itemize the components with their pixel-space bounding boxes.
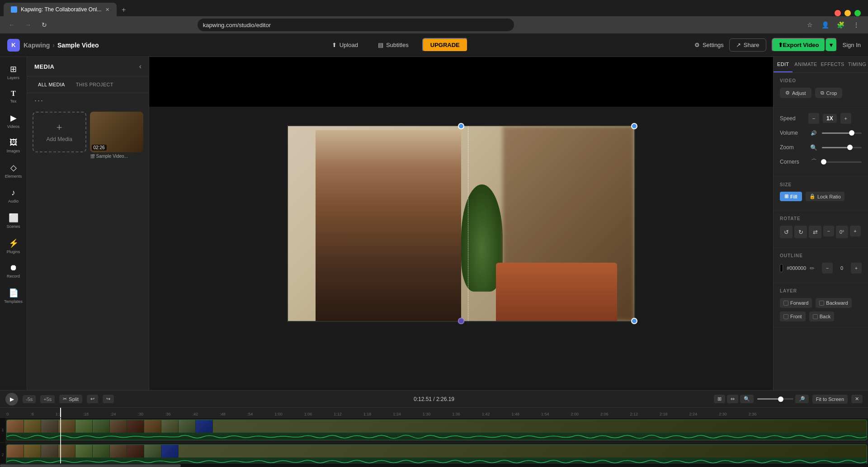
handle-top-right[interactable] bbox=[631, 123, 637, 129]
window-minimize[interactable] bbox=[844, 10, 851, 16]
timeline-close-btn[interactable]: ✕ bbox=[851, 395, 863, 403]
timeline-zoom-thumb[interactable] bbox=[778, 396, 783, 402]
rotate-ccw-btn[interactable]: ↺ bbox=[780, 226, 793, 238]
flip-h-btn[interactable]: ⇄ bbox=[809, 226, 821, 238]
timeline-zoom-track[interactable] bbox=[757, 398, 793, 400]
handle-bottom-right[interactable] bbox=[631, 318, 637, 324]
track-2-content[interactable] bbox=[5, 443, 868, 463]
timeline-zoom-icon[interactable]: 🔎 bbox=[795, 395, 809, 403]
sidebar-item-audio[interactable]: ♪ Audio bbox=[2, 184, 25, 208]
forward-btn[interactable]: → bbox=[22, 19, 34, 31]
tab-effects[interactable]: EFFECTS bbox=[819, 57, 846, 72]
outline-color-swatch[interactable] bbox=[780, 264, 783, 272]
sidebar-item-record[interactable]: ⏺ Record bbox=[2, 259, 25, 283]
refresh-btn[interactable]: ↻ bbox=[38, 19, 51, 31]
upload-btn[interactable]: ⬆ Upload bbox=[326, 39, 364, 51]
split-label: Split bbox=[69, 396, 78, 402]
media-item-1[interactable]: 02:26 🎬 Sample Video... bbox=[90, 112, 144, 159]
tab-all-media[interactable]: ALL MEDIA bbox=[34, 80, 69, 89]
fill-btn[interactable]: ⊞ Fill bbox=[780, 192, 802, 201]
media-more-btn[interactable]: ··· bbox=[34, 96, 44, 105]
speed-decrease-btn[interactable]: − bbox=[808, 113, 819, 124]
share-btn[interactable]: ↗ Share bbox=[729, 38, 766, 52]
handle-top-center[interactable] bbox=[458, 123, 464, 129]
back-btn[interactable]: ← bbox=[5, 19, 18, 31]
timeline-zoom-out-btn[interactable]: 🔍 bbox=[740, 395, 754, 403]
tab-edit[interactable]: EDIT bbox=[774, 57, 793, 72]
fit-to-screen-btn[interactable]: Fit to Screen bbox=[812, 395, 848, 404]
zoom-thumb[interactable] bbox=[847, 145, 853, 150]
scrollbar-thumb[interactable] bbox=[0, 464, 181, 467]
outline-edit-btn[interactable]: ✏ bbox=[810, 265, 815, 272]
sidebar-item-templates[interactable]: 📄 Templates bbox=[2, 284, 25, 308]
sidebar-item-images[interactable]: 🖼 Images bbox=[2, 134, 25, 157]
sidebar-item-videos[interactable]: ▶ Videos bbox=[2, 109, 25, 133]
tab-this-project[interactable]: THIS PROJECT bbox=[72, 80, 117, 89]
backward-label: Backward bbox=[826, 300, 848, 306]
address-bar[interactable]: kapwing.com/studio/editor bbox=[198, 19, 514, 31]
corners-slider[interactable]: ⌒ bbox=[808, 156, 862, 167]
add-media-btn[interactable]: + Add Media bbox=[33, 112, 86, 152]
forward-btn[interactable]: Forward bbox=[780, 298, 812, 308]
sidebar-item-elements[interactable]: ◇ Elements bbox=[2, 159, 25, 183]
volume-slider[interactable]: 🔊 bbox=[808, 127, 862, 138]
window-maximize[interactable] bbox=[854, 10, 861, 16]
zoom-label: Zoom bbox=[780, 144, 805, 151]
timeline-scrollbar[interactable] bbox=[0, 463, 868, 467]
adjust-btn[interactable]: ⚙ Adjust bbox=[780, 88, 811, 98]
signin-btn[interactable]: Sign In bbox=[843, 42, 861, 48]
corners-thumb[interactable] bbox=[821, 159, 826, 165]
outline-decrease-btn[interactable]: − bbox=[822, 263, 833, 274]
rotate-increase-btn[interactable]: + bbox=[850, 226, 861, 236]
track-2-clip[interactable] bbox=[6, 444, 867, 463]
bookmark-icon[interactable]: ☆ bbox=[804, 19, 816, 31]
skip-back-btn[interactable]: -5s bbox=[23, 395, 36, 403]
zoom-slider[interactable]: 🔍 bbox=[808, 142, 862, 153]
window-close[interactable] bbox=[835, 10, 841, 16]
play-btn[interactable]: ▶ bbox=[5, 393, 18, 406]
rotate-cw-btn[interactable]: ↻ bbox=[794, 226, 807, 238]
media-panel-close-btn[interactable]: ‹ bbox=[139, 62, 142, 71]
upgrade-btn[interactable]: UPGRADE bbox=[422, 38, 468, 52]
canvas-frame[interactable] bbox=[287, 125, 635, 322]
volume-track[interactable] bbox=[822, 132, 862, 134]
volume-thumb[interactable] bbox=[849, 130, 854, 136]
zoom-track[interactable] bbox=[822, 147, 862, 148]
split-btn[interactable]: ✂ Split bbox=[59, 395, 82, 403]
corners-track[interactable] bbox=[822, 161, 862, 163]
crop-btn[interactable]: ⧉ Crop bbox=[815, 88, 843, 98]
back-btn[interactable]: Back bbox=[809, 311, 834, 321]
frame-1-end bbox=[196, 420, 213, 433]
settings-dots-icon[interactable]: ⋮ bbox=[850, 19, 863, 31]
track-1-clip[interactable] bbox=[6, 420, 867, 440]
redo-btn[interactable]: ↪ bbox=[103, 395, 114, 403]
track-1-content[interactable] bbox=[5, 418, 868, 442]
sidebar-item-plugins[interactable]: ⚡ Plugins bbox=[2, 235, 25, 258]
settings-btn[interactable]: ⚙ Settings bbox=[694, 42, 724, 48]
sidebar-item-layers[interactable]: ⊞ Layers bbox=[2, 61, 25, 84]
export-video-btn[interactable]: ⬆ Export Video bbox=[772, 38, 826, 52]
backward-btn[interactable]: Backward bbox=[816, 298, 851, 308]
sidebar-item-text[interactable]: T Tex bbox=[2, 86, 25, 108]
extensions-icon[interactable]: 🧩 bbox=[835, 19, 847, 31]
outline-increase-btn[interactable]: + bbox=[851, 263, 862, 274]
speed-increase-btn[interactable]: + bbox=[840, 113, 851, 124]
timeline-fit-btn[interactable]: ⇔ bbox=[727, 395, 738, 403]
lock-ratio-btn[interactable]: 🔒 Lock Ratio bbox=[806, 192, 844, 201]
front-btn[interactable]: Front bbox=[780, 311, 806, 321]
new-tab-btn[interactable]: + bbox=[118, 4, 130, 16]
sidebar-item-scenes[interactable]: ⬜ Scenes bbox=[2, 209, 25, 233]
profile-icon[interactable]: 👤 bbox=[819, 19, 832, 31]
subtitles-btn[interactable]: ▤ Subtitles bbox=[372, 39, 415, 51]
media-thumb-1[interactable]: 02:26 bbox=[90, 112, 144, 152]
tab-timing[interactable]: TIMING bbox=[846, 57, 868, 72]
skip-fwd-btn[interactable]: +5s bbox=[40, 395, 55, 403]
tab-animate[interactable]: ANIMATE bbox=[793, 57, 819, 72]
timeline-grid-btn[interactable]: ⊞ bbox=[714, 395, 725, 403]
frame-2-7 bbox=[110, 445, 127, 458]
undo-btn[interactable]: ↩ bbox=[87, 395, 98, 403]
export-dropdown-btn[interactable]: ▾ bbox=[826, 38, 837, 52]
rotate-decrease-btn[interactable]: − bbox=[823, 226, 834, 236]
active-tab[interactable]: Kapwing: The Collaborative Onl... ✕ bbox=[4, 3, 117, 16]
tab-close-btn[interactable]: ✕ bbox=[105, 7, 109, 13]
